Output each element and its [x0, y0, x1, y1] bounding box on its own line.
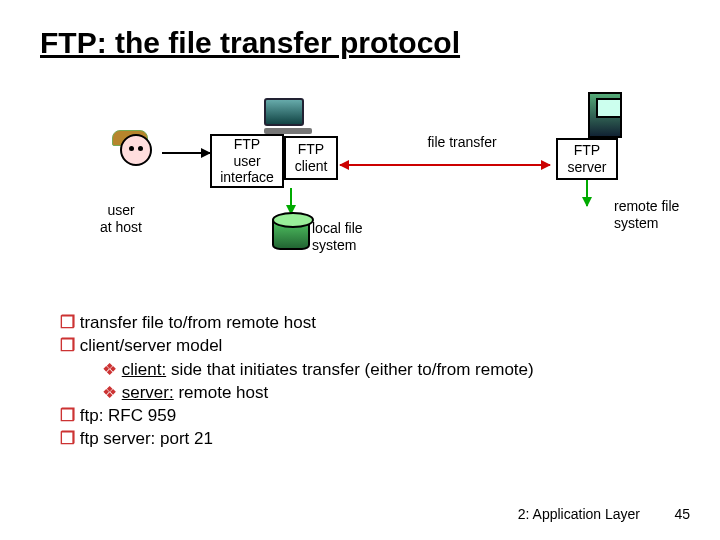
slide-title: FTP: the file transfer protocol [40, 26, 460, 60]
server-def-text: remote host [174, 383, 269, 402]
client-def-text: side that initiates transfer (either to/… [166, 360, 534, 379]
user-icon [114, 134, 158, 178]
footer-chapter: 2: Application Layer [518, 506, 640, 522]
ftp-diagram: user at host FTP user interface FTP clie… [0, 90, 720, 290]
remote-fs-label: remote file system [614, 198, 714, 232]
server-term: server: [122, 383, 174, 402]
ftp-client-box: FTP client [284, 136, 338, 180]
footer-page-number: 45 [674, 506, 690, 522]
ftp-server-box: FTP server [556, 138, 618, 180]
arrow-client-to-localfs [290, 188, 292, 214]
bullet-transfer: transfer file to/from remote host [60, 312, 680, 333]
ftp-user-interface-box: FTP user interface [210, 134, 284, 188]
bullet-port: ftp server: port 21 [60, 428, 680, 449]
client-term: client: [122, 360, 166, 379]
bullet-server-def: server: remote host [60, 382, 680, 403]
local-fs-label: local file system [312, 220, 402, 254]
bullet-rfc: ftp: RFC 959 [60, 405, 680, 426]
arrow-file-transfer [340, 164, 550, 166]
arrow-user-to-ui [162, 152, 210, 154]
user-at-host-label: user at host [76, 202, 166, 236]
file-transfer-label: file transfer [402, 134, 522, 151]
arrow-server-to-remotefs [586, 180, 588, 206]
bullet-list: transfer file to/from remote host client… [60, 310, 680, 452]
local-disk-icon [272, 216, 310, 250]
bullet-client-def: client: side that initiates transfer (ei… [60, 359, 680, 380]
bullet-client-server: client/server model [60, 335, 680, 356]
client-computer-icon [264, 98, 312, 134]
server-computer-icon [588, 92, 622, 138]
